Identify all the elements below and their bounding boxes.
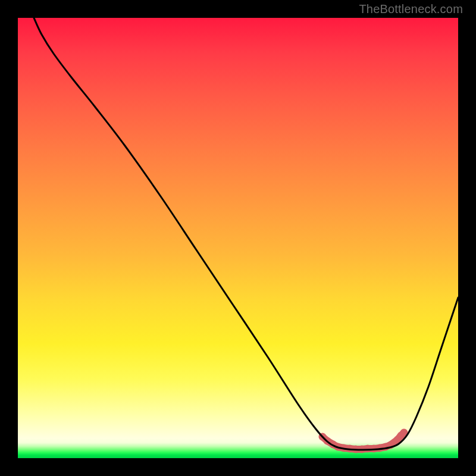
- curve-line: [34, 18, 458, 450]
- chart-frame: TheBottleneck.com: [0, 0, 476, 476]
- watermark-text: TheBottleneck.com: [359, 2, 463, 16]
- chart-svg: [18, 18, 458, 458]
- plot-area: [18, 18, 458, 458]
